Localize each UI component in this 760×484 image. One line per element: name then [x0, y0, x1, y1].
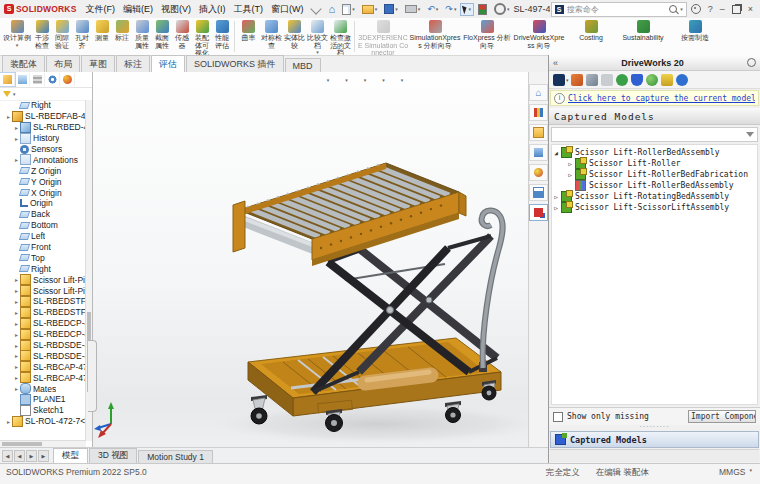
- search-icon[interactable]: [669, 5, 677, 13]
- ribbon-button[interactable]: 实体比较: [283, 18, 306, 55]
- tree-item[interactable]: ▸ SL-RBDSDE-497: [0, 340, 86, 351]
- document-tab[interactable]: 模型: [53, 448, 88, 463]
- ribbon-button[interactable]: DriveWorksXpress 向导: [513, 18, 565, 55]
- tree-item[interactable]: ▸ SL-RLRBED-497: [0, 122, 86, 133]
- hud-button[interactable]: ▾: [314, 74, 330, 86]
- tab-nav-arrow[interactable]: ◀: [14, 450, 25, 462]
- restore-button[interactable]: [732, 5, 741, 14]
- scissor-lift-cart-model[interactable]: [93, 72, 528, 447]
- tree-item[interactable]: ▸ SL-RBDSDE-497: [0, 350, 86, 361]
- expand-arrow-icon[interactable]: ▸: [5, 418, 12, 425]
- ribbon-button[interactable]: 装配体可视化: [192, 18, 212, 55]
- driveworks-tool-button[interactable]: ▾: [553, 74, 569, 86]
- manager-tab[interactable]: [30, 73, 45, 86]
- menu-item[interactable]: 窗口(W): [267, 3, 308, 16]
- units-caret[interactable]: ▾: [749, 467, 752, 473]
- tree-item[interactable]: X Origin: [0, 187, 86, 198]
- ribbon-button[interactable]: SimulationXpress 分析向导: [409, 18, 461, 55]
- redo-button[interactable]: ↷▾: [442, 3, 459, 16]
- driveworks-tool-button[interactable]: [601, 74, 614, 86]
- minimize-button[interactable]: –: [720, 4, 725, 14]
- manager-tab[interactable]: [0, 73, 15, 86]
- expand-arrow-icon[interactable]: ▷: [552, 193, 560, 200]
- home-button[interactable]: ⌂: [326, 2, 339, 16]
- expand-arrow-icon[interactable]: ◢: [552, 149, 560, 156]
- tree-item[interactable]: ▸ SL-RBCAP-472-: [0, 372, 86, 383]
- tree-item[interactable]: Y Origin: [0, 176, 86, 187]
- hud-button[interactable]: [266, 74, 279, 86]
- commandmanager-tab[interactable]: 标注: [116, 55, 150, 72]
- expand-arrow-icon[interactable]: ▸: [5, 113, 12, 120]
- tree-item[interactable]: ▸ SL-RBEDSTF-49: [0, 307, 86, 318]
- expand-arrow-icon[interactable]: ▸: [13, 385, 20, 392]
- commandmanager-tab[interactable]: SOLIDWORKS 插件: [186, 55, 284, 72]
- expand-arrow-icon[interactable]: ▸: [13, 363, 20, 370]
- hud-button[interactable]: [282, 74, 295, 86]
- expand-arrow-icon[interactable]: ▸: [13, 135, 20, 142]
- options-button[interactable]: ▾: [491, 1, 513, 17]
- manager-tab[interactable]: [15, 73, 30, 86]
- expand-arrow-icon[interactable]: ▸: [13, 156, 20, 163]
- ribbon-button[interactable]: 设计算例 ▾: [2, 18, 32, 55]
- rebuild-button[interactable]: [475, 2, 490, 17]
- driveworks-tool-button[interactable]: [616, 74, 629, 86]
- ribbon-button[interactable]: 传感器: [172, 18, 192, 55]
- tree-item[interactable]: Z Origin: [0, 165, 86, 176]
- tree-item[interactable]: Sketch1: [0, 405, 86, 416]
- menu-item[interactable]: 文件(F): [82, 3, 120, 16]
- pin-icon[interactable]: [310, 3, 321, 14]
- menu-item[interactable]: 编辑(E): [119, 3, 157, 16]
- panel-splitter-grip[interactable]: [88, 340, 97, 412]
- scrollbar-thumb[interactable]: [2, 442, 42, 446]
- ribbon-button[interactable]: 曲率: [237, 18, 260, 55]
- tree-item[interactable]: Right: [0, 100, 86, 111]
- tree-item[interactable]: Top: [0, 252, 86, 263]
- import-components-button[interactable]: Import Components: [688, 410, 756, 423]
- menu-item[interactable]: 工具(T): [230, 3, 268, 16]
- task-pane-tab[interactable]: [529, 144, 548, 161]
- commandmanager-tab[interactable]: 装配体: [2, 55, 45, 72]
- commandmanager-tab[interactable]: 布局: [46, 55, 80, 72]
- help-icon[interactable]: ?: [708, 4, 713, 14]
- driveworks-tool-button[interactable]: [646, 74, 659, 86]
- driveworks-tool-button[interactable]: [676, 74, 689, 86]
- task-pane-tab[interactable]: [529, 204, 548, 221]
- task-pane-tab[interactable]: [529, 184, 548, 201]
- tree-item[interactable]: ▸ History: [0, 133, 86, 144]
- expand-arrow-icon[interactable]: ▸: [13, 342, 20, 349]
- open-button[interactable]: ▾: [359, 3, 381, 16]
- ribbon-button[interactable]: 按需制造: [669, 18, 721, 55]
- undo-button[interactable]: ↶▾: [424, 3, 441, 16]
- tree-item[interactable]: ▸ SL-RBCAP-472-: [0, 361, 86, 372]
- close-button[interactable]: ×: [748, 4, 753, 14]
- expand-arrow-icon[interactable]: ▸: [13, 298, 20, 305]
- expand-arrow-icon[interactable]: ▸: [13, 331, 20, 338]
- driveworks-tool-button[interactable]: [631, 74, 644, 86]
- ribbon-button[interactable]: 比较文档 ▾: [306, 18, 329, 55]
- task-pane-tab[interactable]: [529, 164, 548, 181]
- tree-item[interactable]: Front: [0, 242, 86, 253]
- ribbon-button[interactable]: 质量属性: [132, 18, 152, 55]
- ribbon-button[interactable]: Sustainability: [617, 18, 669, 55]
- ribbon-button[interactable]: 检查激活的文档: [329, 18, 352, 55]
- show-only-missing-checkbox[interactable]: [553, 412, 563, 422]
- expand-arrow-icon[interactable]: ▷: [566, 171, 574, 178]
- tree-item[interactable]: ▸ SL-RBEDCP-472: [0, 329, 86, 340]
- driveworks-tool-button[interactable]: [571, 74, 584, 86]
- tree-item[interactable]: ▸ SL-RBEDFAB-497-4: [0, 111, 86, 122]
- expand-arrow-icon[interactable]: ▸: [13, 309, 20, 316]
- hud-button[interactable]: ▾: [351, 74, 367, 86]
- graphics-viewport[interactable]: ▾ ▾ ▾ ▾ ▾: [93, 72, 528, 447]
- save-button[interactable]: ▾: [381, 2, 401, 16]
- ribbon-button[interactable]: FloXpress 分析向导: [461, 18, 513, 55]
- tree-item[interactable]: Left: [0, 231, 86, 242]
- search-caret[interactable]: ▾: [680, 6, 683, 12]
- document-tab[interactable]: 3D 视图: [89, 448, 137, 463]
- ribbon-button[interactable]: 干涉检查: [32, 18, 52, 55]
- captured-model-item[interactable]: ▷ Scissor Lift-RotatingBedAssembly: [552, 191, 757, 202]
- ribbon-button[interactable]: 间隙验证: [52, 18, 72, 55]
- expand-arrow-icon[interactable]: ▸: [13, 287, 20, 294]
- commandmanager-tab[interactable]: MBD: [285, 58, 321, 72]
- hud-button[interactable]: [218, 74, 231, 86]
- manager-tab[interactable]: [45, 73, 60, 86]
